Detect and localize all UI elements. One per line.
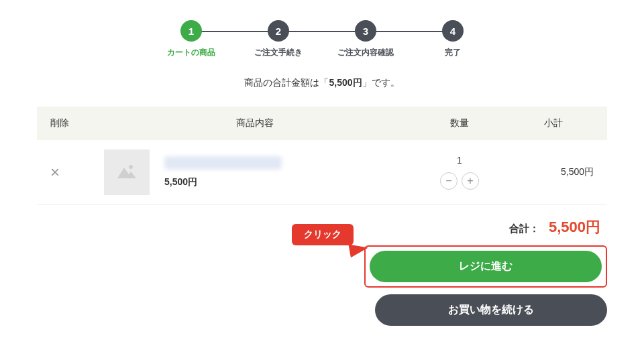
step-number: 3: [355, 20, 376, 42]
header-qty: 数量: [406, 117, 513, 129]
step-label: 完了: [445, 47, 461, 58]
table-row: × 5,500円 1 − + 5,500円: [37, 140, 607, 205]
step-label: ご注文内容確認: [337, 47, 394, 58]
step-complete: 4 完了: [409, 20, 496, 58]
tooltip-arrow-icon: [348, 241, 369, 258]
checkout-highlight-box: クリック レジに進む: [364, 245, 607, 288]
qty-value: 1: [457, 155, 462, 166]
step-label: ご注文手続き: [254, 47, 303, 58]
product-name-blurred: [164, 156, 282, 170]
subtotal-value: 5,500円: [513, 166, 594, 178]
delete-button[interactable]: ×: [50, 164, 60, 180]
svg-point-1: [129, 165, 133, 169]
step-cart: 1 カートの商品: [148, 20, 235, 58]
step-number: 1: [180, 20, 202, 42]
table-header: 削除 商品内容 数量 小計: [37, 107, 607, 140]
header-item: 商品内容: [104, 117, 406, 129]
total-label: 合計：: [509, 223, 539, 235]
click-tooltip: クリック: [292, 224, 354, 245]
header-delete: 削除: [50, 117, 104, 129]
step-number: 2: [268, 20, 289, 42]
product-price: 5,500円: [164, 176, 282, 188]
step-number: 4: [442, 20, 464, 42]
checkout-stepper: 1 カートの商品 2 ご注文手続き 3 ご注文内容確認 4 完了: [37, 20, 607, 58]
step-confirm: 3 ご注文内容確認: [322, 20, 409, 58]
step-label: カートの商品: [167, 47, 215, 58]
cart-table: 削除 商品内容 数量 小計 × 5,500円 1: [37, 107, 607, 205]
total-amount: 5,500円: [549, 217, 600, 237]
image-placeholder-icon: [117, 164, 136, 181]
checkout-button[interactable]: レジに進む: [370, 251, 602, 282]
product-thumbnail[interactable]: [104, 149, 150, 195]
qty-decrease-button[interactable]: −: [440, 172, 458, 190]
continue-shopping-button[interactable]: お買い物を続ける: [375, 294, 607, 326]
header-subtotal: 小計: [513, 117, 594, 129]
step-procedure: 2 ご注文手続き: [235, 20, 322, 58]
qty-increase-button[interactable]: +: [462, 172, 479, 190]
svg-marker-0: [117, 168, 136, 178]
summary-text: 商品の合計金額は「5,500円」です。: [37, 77, 607, 89]
